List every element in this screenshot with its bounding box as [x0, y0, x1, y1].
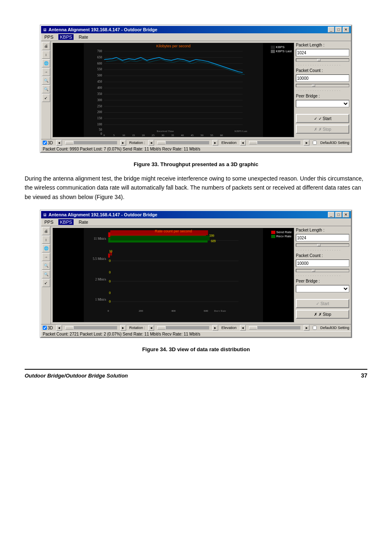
- statusbar34: Packet Count: 2721 Packet Lost: 2 (0.07%…: [41, 331, 351, 337]
- start-label33: ✓ Start: [318, 116, 332, 121]
- win-controls34: _ □ ✕: [328, 212, 349, 218]
- toolbar-btn-7-33[interactable]: ↙: [42, 94, 50, 102]
- legend-label-kbpslast33: KBPS Last: [276, 49, 292, 53]
- toolbar-btn-2-34[interactable]: ↕: [42, 236, 50, 244]
- svg-text:0: 0: [109, 291, 111, 295]
- default3d-checkbox34[interactable]: [313, 326, 317, 330]
- svg-text:250: 250: [97, 104, 102, 108]
- menu-pps34[interactable]: PPS: [43, 219, 55, 225]
- close-btn34[interactable]: ✕: [343, 212, 349, 218]
- menubar33: PPS KBPS Rate: [41, 33, 351, 41]
- menu-kbps34[interactable]: KBPS: [58, 219, 74, 225]
- default3d-label33: Default3D Setting: [320, 141, 349, 145]
- win-controls33: _ □ ✕: [328, 27, 349, 32]
- menu-rate33[interactable]: Rate: [77, 34, 90, 40]
- slider-pktcount34[interactable]: [296, 269, 349, 272]
- checkbox-3d-row34: 3D: [43, 326, 53, 330]
- minimize-btn33[interactable]: _: [328, 27, 334, 32]
- caption33: Figure 33. Throughput presented as a 3D …: [25, 161, 367, 167]
- scroll-right34[interactable]: ►: [120, 325, 126, 331]
- packet-count-input33[interactable]: [296, 74, 349, 82]
- rot-right34[interactable]: ►: [212, 325, 218, 331]
- slider-thumb-pktlen33: [317, 59, 321, 61]
- peer-bridge-select33[interactable]: [296, 100, 349, 107]
- toolbar-btn-1-34[interactable]: 🖨: [42, 227, 50, 235]
- svg-text:0: 0: [109, 300, 111, 304]
- svg-text:2 Mbit/s: 2 Mbit/s: [95, 278, 106, 281]
- maximize-btn33[interactable]: □: [335, 27, 342, 32]
- menu-rate34[interactable]: Rate: [77, 219, 90, 225]
- toolbar-btn-4-33[interactable]: →: [42, 68, 50, 76]
- elev-right33[interactable]: ►: [304, 140, 309, 146]
- minimize-btn34[interactable]: _: [328, 212, 334, 218]
- slider-pktcount33[interactable]: [296, 84, 349, 87]
- rot-left33[interactable]: ◄: [148, 140, 154, 146]
- legend-kbpslast33: KBPS Last: [271, 49, 292, 53]
- checkbox-3d33[interactable]: [43, 141, 47, 145]
- scroll-right33[interactable]: ►: [120, 140, 126, 146]
- toolbar-btn-1-33[interactable]: 🖨: [42, 42, 50, 50]
- slider-thumb-pktcount34: [312, 269, 315, 272]
- toolbar34: 🖨 ↕ 🌐 → 🔍 🔍 ↙: [41, 226, 51, 324]
- toolbar-btn-6-33[interactable]: 🔍: [42, 85, 50, 93]
- packet-length-input34[interactable]: [296, 234, 349, 241]
- rot-right33[interactable]: ►: [212, 140, 218, 146]
- stop-btn33[interactable]: ✗ ✗ Stop: [296, 125, 349, 134]
- elev-left33[interactable]: ◄: [240, 140, 246, 146]
- slider-pktlen34[interactable]: [296, 243, 349, 247]
- toolbar-btn-5-33[interactable]: 🔍: [42, 76, 50, 85]
- slider-pktlen33[interactable]: [296, 58, 349, 62]
- svg-text:400: 400: [97, 86, 102, 90]
- svg-text:0: 0: [109, 259, 111, 263]
- toolbar-btn-7-34[interactable]: ↙: [42, 279, 50, 287]
- maximize-btn34[interactable]: □: [335, 212, 342, 218]
- win-body34: 🖨 ↕ 🌐 → 🔍 🔍 ↙ Rate count per second: [41, 226, 351, 324]
- checkbox-3d34[interactable]: [43, 326, 47, 330]
- peer-bridge-select34[interactable]: [296, 285, 349, 292]
- bottombar33: 3D ◄ ► Rotation : ◄ ► Elevation: [41, 139, 351, 146]
- svg-text:50: 50: [99, 128, 102, 132]
- menu-pps33[interactable]: PPS: [43, 34, 55, 40]
- scroll-left33[interactable]: ◄: [56, 140, 62, 146]
- elev-left34[interactable]: ◄: [240, 325, 246, 331]
- elev-thumb33: [249, 141, 257, 144]
- svg-rect-56: [110, 236, 210, 241]
- toolbar33: 🖨 ↕ 🌐 → 🔍 🔍 ↙: [41, 41, 51, 139]
- stop-icon33: ✗: [314, 127, 317, 132]
- svg-text:609: 609: [211, 239, 216, 243]
- toolbar-btn-5-34[interactable]: 🔍: [42, 262, 50, 270]
- start-btn33[interactable]: ✓ ✓ Start: [296, 114, 349, 123]
- scroll-left34[interactable]: ◄: [56, 325, 62, 331]
- svg-text:400: 400: [171, 309, 176, 312]
- toolbar-btn-4-34[interactable]: →: [42, 253, 50, 261]
- menu-kbps33[interactable]: KBPS: [58, 34, 74, 40]
- svg-text:5: 5: [113, 134, 115, 137]
- svg-text:15: 15: [132, 134, 135, 137]
- packet-count-input34[interactable]: [296, 259, 349, 267]
- packet-length-input33[interactable]: [296, 49, 349, 56]
- toolbar-btn-3-33[interactable]: 🌐: [42, 59, 50, 67]
- rot-track34: [157, 326, 209, 329]
- svg-text:0: 0: [109, 280, 111, 283]
- svg-text:100: 100: [97, 123, 102, 126]
- start-icon33: ✓: [314, 116, 317, 121]
- figure34-block: 🖥 Antenna Alignment 192.168.4.147 - Outd…: [40, 210, 352, 338]
- slider-thumb-pktlen34: [317, 244, 321, 246]
- elev-right34[interactable]: ►: [304, 325, 309, 331]
- rotation-label33: Rotation :: [129, 141, 145, 145]
- stop-label33: ✗ Stop: [318, 127, 331, 132]
- chart-title33: Kilobytes per second: [156, 44, 191, 48]
- legend-box-kbpslast33: [271, 50, 275, 53]
- stop-btn34[interactable]: ✗ ✗ Stop: [296, 310, 349, 319]
- rot-left34[interactable]: ◄: [148, 325, 154, 331]
- close-btn33[interactable]: ✕: [343, 27, 349, 32]
- toolbar-btn-6-34[interactable]: 🔍: [42, 270, 50, 278]
- scroll-thumb33: [65, 141, 74, 144]
- default3d-checkbox33[interactable]: [313, 141, 317, 145]
- toolbar-btn-2-33[interactable]: ↕: [42, 51, 50, 59]
- status-text33: Packet Count: 9993 Packet Lost: 7 (0.07%…: [43, 147, 201, 151]
- start-btn34[interactable]: ✓ Start: [296, 299, 349, 308]
- svg-text:350: 350: [97, 92, 102, 96]
- toolbar-btn-3-34[interactable]: 🌐: [42, 244, 50, 253]
- svg-text:20: 20: [142, 134, 145, 137]
